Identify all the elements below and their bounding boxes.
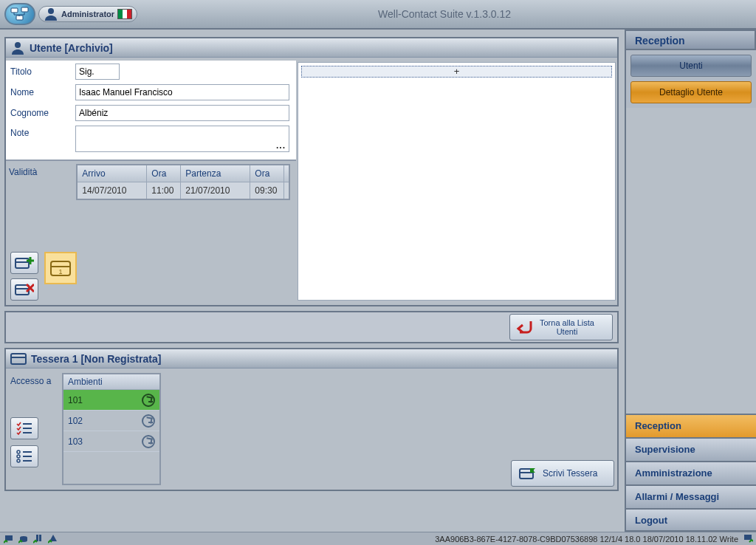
svg-point-21 [17,450,20,453]
nav-reception[interactable]: Reception [626,414,756,437]
card-1-selector[interactable]: 1 [44,252,77,284]
col-ora2: Ora [250,165,284,182]
bulletlist-button[interactable] [10,445,38,467]
svg-rect-32 [39,535,41,541]
card-icon [10,352,27,366]
svg-text:1: 1 [58,268,62,275]
user-panel-title: Utente [Archivio] [30,42,113,54]
tessera-panel: Tessera 1 [Non Registrata] Accesso a Amb… [4,348,619,491]
svg-rect-1 [21,7,28,12]
add-row-button[interactable]: + [301,66,612,78]
nome-label: Nome [10,87,75,97]
status-icon-4 [47,534,59,544]
note-label: Note [10,126,75,138]
clock-icon[interactable] [142,394,155,407]
sidebar-nav: Reception Supervisione Amministrazione A… [626,414,756,532]
col-ora1: Ora [147,165,181,182]
svg-rect-29 [5,535,13,541]
col-partenza: Partenza [181,165,250,182]
cognome-label: Cognome [10,108,75,118]
ambienti-row-101[interactable]: 101 [63,390,159,411]
cognome-input[interactable] [75,105,289,121]
back-arrow-icon [515,318,535,336]
admin-button[interactable]: Administrator [38,6,137,22]
delete-card-button[interactable] [10,278,38,301]
svg-rect-31 [36,535,38,541]
ambienti-table: Ambienti 101 102 103 [62,373,161,485]
validita-row[interactable]: 14/07/2010 11:00 21/07/2010 09:30 [78,182,289,199]
flag-italy-icon [117,9,132,19]
user-panel-header: Utente [Archivio] [6,38,617,58]
add-card-button[interactable] [10,252,38,274]
sidebar-dettaglio-button[interactable]: Dettaglio Utente [630,81,752,103]
admin-label: Administrator [61,10,114,18]
status-icon-3 [32,534,44,544]
back-to-users-button[interactable]: Torna alla Lista Utenti [509,314,613,340]
svg-rect-16 [11,354,26,364]
person-icon [44,7,58,21]
status-icon-1 [3,534,15,544]
tessera-header: Tessera 1 [Non Registrata] [6,349,617,369]
tessera-title: Tessera 1 [Non Registrata] [31,353,161,365]
write-card-button[interactable]: Scrivi Tessera [511,460,614,487]
status-icon-2 [18,534,30,544]
sidebar-top-header: Reception [626,30,756,50]
svg-point-3 [48,8,54,14]
validita-label: Validità [9,167,74,177]
app-icon[interactable] [4,3,35,25]
sidebar-utenti-button[interactable]: Utenti [630,55,752,77]
sidebar: Reception Utenti Dettaglio Utente Recept… [625,30,756,532]
svg-point-23 [17,459,20,462]
nav-logout[interactable]: Logout [626,508,756,532]
ambienti-row-103[interactable]: 103 [63,431,159,452]
svg-rect-9 [16,285,29,295]
status-text: 3AA906B3-867E-4127-8078-C9BD07536898 12/… [435,535,738,544]
svg-point-4 [15,42,21,48]
nav-amministrazione[interactable]: Amministrazione [626,461,756,484]
app-title: Well-Contact Suite v.1.3.0.12 [137,8,752,20]
svg-rect-33 [744,535,752,540]
validita-table: Arrivo Ora Partenza Ora 14/07/2010 11:00… [76,164,290,200]
person-icon [10,41,25,55]
write-card-icon [519,467,537,480]
ambienti-header: Ambienti [63,374,159,390]
titolo-label: Titolo [10,66,75,77]
col-arrivo: Arrivo [78,165,147,182]
svg-rect-0 [11,8,18,13]
status-bar: 3AA906B3-867E-4127-8078-C9BD07536898 12/… [0,532,756,545]
title-bar: Administrator Well-Contact Suite v.1.3.0… [0,0,756,30]
note-input[interactable]: ... [75,126,289,152]
titolo-input[interactable] [75,64,120,80]
nav-supervisione[interactable]: Supervisione [626,437,756,461]
clock-icon[interactable] [142,435,155,448]
note-ellipsis-icon[interactable]: ... [276,140,286,151]
svg-point-22 [17,455,20,458]
checklist-button[interactable] [10,417,38,439]
right-content-area: + [298,62,616,301]
nome-input[interactable] [75,84,289,100]
clock-icon[interactable] [142,414,155,428]
user-panel: Utente [Archivio] Titolo Nome [4,37,619,306]
mid-action-strip: Torna alla Lista Utenti [4,311,619,343]
nav-allarmi[interactable]: Allarmi / Messaggi [626,484,756,508]
ambienti-row-102[interactable]: 102 [63,411,159,431]
status-icon-right [743,534,753,544]
